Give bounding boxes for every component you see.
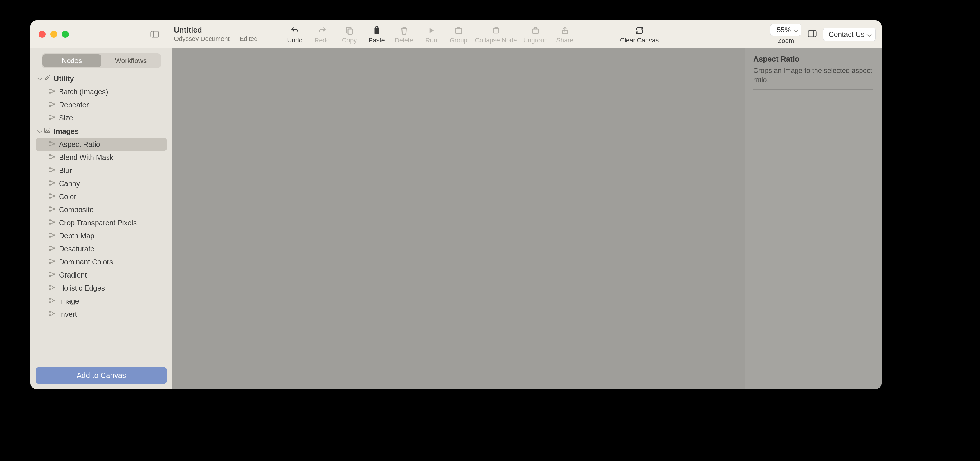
svg-point-24 (53, 143, 54, 144)
sidebar-segmented-control[interactable]: Nodes Workflows (41, 53, 161, 68)
group-icon (454, 25, 463, 35)
svg-point-56 (49, 289, 51, 290)
svg-point-40 (49, 220, 51, 221)
run-button[interactable]: Run (420, 24, 442, 44)
svg-point-47 (49, 250, 51, 251)
svg-rect-5 (456, 28, 461, 33)
svg-point-52 (49, 272, 51, 273)
undo-label: Undo (287, 37, 302, 44)
inspector-panel: Aspect Ratio Crops an image to the selec… (745, 48, 881, 389)
node-icon (48, 114, 56, 122)
tree-item-label: Aspect Ratio (59, 140, 100, 149)
node-icon (48, 87, 56, 96)
svg-rect-9 (808, 31, 816, 37)
delete-button[interactable]: Delete (393, 24, 415, 44)
svg-rect-0 (151, 31, 159, 37)
tree-item-desaturate[interactable]: Desaturate (36, 242, 167, 256)
node-icon (48, 297, 56, 305)
svg-point-30 (53, 169, 54, 170)
ungroup-label: Ungroup (523, 37, 547, 44)
svg-point-13 (53, 91, 54, 92)
tree-item-label: Image (59, 297, 79, 305)
tree-item-label: Desaturate (59, 245, 94, 253)
svg-point-34 (49, 194, 51, 195)
svg-rect-20 (45, 128, 50, 133)
svg-point-41 (49, 223, 51, 224)
delete-label: Delete (395, 37, 414, 44)
tree-group-utility[interactable]: Utility (36, 72, 167, 85)
tree-item-invert[interactable]: Invert (36, 308, 167, 321)
svg-point-36 (53, 196, 54, 197)
tree-item-depth-map[interactable]: Depth Map (36, 229, 167, 242)
tree-item-repeater[interactable]: Repeater (36, 99, 167, 111)
document-title-block: Untitled Odyssey Document — Edited (174, 25, 258, 43)
svg-point-48 (53, 248, 54, 249)
segment-nodes[interactable]: Nodes (42, 54, 101, 67)
tree-item-holistic-edges[interactable]: Holistic Edges (36, 281, 167, 295)
segment-workflows[interactable]: Workflows (101, 54, 160, 67)
share-button[interactable]: Share (554, 24, 576, 44)
svg-rect-6 (493, 29, 499, 33)
sidebar: Nodes Workflows Utility (30, 48, 172, 389)
svg-point-55 (49, 285, 51, 286)
window-fullscreen-button[interactable] (62, 31, 69, 38)
document-subtitle: Odyssey Document — Edited (174, 35, 258, 43)
image-icon (44, 127, 51, 135)
window-minimize-button[interactable] (50, 31, 57, 38)
add-to-canvas-button[interactable]: Add to Canvas (36, 367, 167, 384)
tree-item-blur[interactable]: Blur (36, 164, 167, 177)
undo-button[interactable]: Undo (284, 24, 306, 44)
group-button[interactable]: Group (448, 24, 470, 44)
svg-point-46 (49, 246, 51, 247)
svg-point-18 (49, 118, 51, 119)
contact-us-button[interactable]: Contact Us (823, 28, 876, 41)
body: Nodes Workflows Utility (30, 48, 881, 389)
svg-point-35 (49, 197, 51, 198)
ungroup-button[interactable]: Ungroup (522, 24, 549, 44)
svg-point-11 (49, 89, 51, 90)
tree-item-color[interactable]: Color (36, 190, 167, 203)
svg-point-59 (49, 302, 51, 303)
window-close-button[interactable] (38, 31, 46, 38)
svg-point-57 (53, 287, 54, 288)
paste-button[interactable]: Paste (366, 24, 388, 44)
tree-item-crop-transparent-pixels[interactable]: Crop Transparent Pixels (36, 216, 167, 229)
toolbar-center: Undo Redo Copy Paste (284, 24, 688, 44)
tree-item-label: Repeater (59, 101, 89, 109)
canvas[interactable] (172, 48, 745, 389)
tree-item-canny[interactable]: Canny (36, 177, 167, 190)
copy-button[interactable]: Copy (339, 24, 361, 44)
sidebar-toggle-button[interactable] (150, 30, 159, 39)
svg-point-33 (53, 182, 54, 183)
svg-point-38 (49, 210, 51, 211)
svg-point-49 (49, 259, 51, 260)
redo-button[interactable]: Redo (311, 24, 333, 44)
ungroup-icon (531, 25, 540, 35)
node-icon (48, 180, 56, 188)
clear-canvas-button[interactable]: Clear Canvas (618, 24, 661, 44)
tree-item-batch-images[interactable]: Batch (Images) (36, 85, 167, 99)
svg-point-27 (53, 156, 54, 157)
tree-item-label: Depth Map (59, 232, 94, 240)
collapse-node-button[interactable]: Collapse Node (475, 24, 517, 44)
zoom-select[interactable]: 55% (770, 24, 802, 36)
tree-item-gradient[interactable]: Gradient (36, 269, 167, 281)
inspector-toggle-button[interactable] (808, 30, 816, 38)
tree-group-images[interactable]: Images (36, 124, 167, 138)
tree-item-aspect-ratio[interactable]: Aspect Ratio (36, 138, 167, 151)
tree-item-image[interactable]: Image (36, 295, 167, 308)
add-to-canvas-label: Add to Canvas (76, 371, 126, 380)
tree-item-composite[interactable]: Composite (36, 203, 167, 216)
svg-point-58 (49, 298, 51, 299)
tree-item-blend-with-mask[interactable]: Blend With Mask (36, 151, 167, 164)
tree-item-label: Crop Transparent Pixels (59, 219, 137, 227)
copy-icon (345, 25, 354, 35)
tree-item-label: Color (59, 192, 76, 201)
svg-point-62 (49, 315, 51, 316)
tree-item-size[interactable]: Size (36, 111, 167, 124)
node-icon (48, 192, 56, 201)
node-icon (48, 153, 56, 162)
svg-point-42 (53, 221, 54, 223)
tree-item-dominant-colors[interactable]: Dominant Colors (36, 256, 167, 269)
svg-point-15 (49, 105, 51, 107)
